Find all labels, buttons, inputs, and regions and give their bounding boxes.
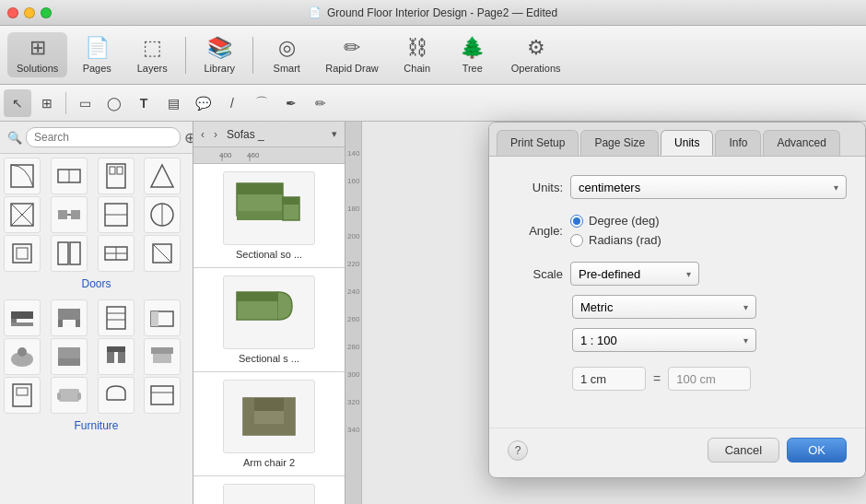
drawing-toolbar: ↖ ⊞ ▭ ◯ T ▤ 💬 / ⌒ ✒ ✏ [0, 85, 866, 122]
units-dialog: Print Setup Page Size Units Info Advance… [488, 122, 866, 478]
ok-button[interactable]: OK [787, 438, 847, 463]
svg-rect-37 [58, 347, 80, 358]
shape-cell[interactable] [4, 158, 41, 194]
shape-cell[interactable] [144, 196, 181, 233]
shape-cell[interactable] [4, 377, 41, 414]
ellipse-tool[interactable]: ◯ [100, 89, 128, 117]
shape-cell[interactable] [144, 299, 181, 336]
multi-select-tool[interactable]: ⊞ [33, 89, 61, 117]
scale-type-select[interactable]: Pre-defined ▾ [570, 262, 699, 286]
tab-advanced[interactable]: Advanced [763, 130, 839, 156]
svg-rect-46 [59, 389, 79, 402]
tab-page-size[interactable]: Page Size [580, 130, 659, 156]
arc-tool[interactable]: ⌒ [248, 89, 275, 117]
toolbar-tree[interactable]: 🌲 Tree [447, 32, 498, 77]
toolbar-smart[interactable]: ◎ Smart [261, 32, 312, 77]
tab-units[interactable]: Units [661, 130, 713, 156]
degree-radio[interactable] [570, 215, 583, 228]
shape-cell[interactable] [51, 299, 88, 336]
pencil-tool[interactable]: ✏ [307, 89, 334, 117]
svg-marker-6 [151, 165, 173, 187]
degree-label: Degree (deg) [589, 214, 660, 228]
shape-cell[interactable] [51, 338, 88, 375]
nav-forward[interactable]: › [210, 126, 221, 143]
radians-option[interactable]: Radians (rad) [570, 233, 661, 247]
shape-cell[interactable] [51, 377, 88, 414]
toolbar-layers[interactable]: ⬚ Layers [126, 32, 178, 77]
shape-cell[interactable] [98, 158, 135, 194]
shape-cell[interactable] [98, 377, 135, 414]
sofas-list: Sectional so ... Sectional s ... [193, 164, 345, 504]
title-bar: 📄 Ground Floor Interior Design - Page2 —… [0, 0, 866, 26]
degree-option[interactable]: Degree (deg) [570, 214, 661, 228]
text-tool[interactable]: T [130, 89, 158, 117]
add-icon[interactable]: ⊕ [184, 129, 193, 147]
scale-ratio-select[interactable]: 1 : 100 ▾ [572, 328, 756, 352]
shape-cell[interactable] [98, 196, 135, 233]
pen-tool[interactable]: ✒ [277, 89, 305, 117]
toolbar-chain[interactable]: ⛓ Chain [392, 32, 443, 77]
toolbar-rapid-draw[interactable]: ✏ Rapid Draw [316, 32, 387, 77]
shape-cell[interactable] [98, 338, 135, 375]
toolbar-library[interactable]: 📚 Library [193, 32, 245, 77]
list-item[interactable]: Sectional so ... [193, 164, 345, 268]
shape-cell[interactable] [98, 235, 135, 272]
minimize-button[interactable] [24, 7, 35, 18]
shape-cell[interactable] [98, 299, 135, 336]
dialog-body: Units: centimeters ▾ Angle: [489, 157, 865, 428]
shape-cell[interactable] [51, 158, 88, 194]
units-select[interactable]: centimeters ▾ [570, 175, 847, 199]
scale-type-value: Pre-defined [579, 267, 640, 281]
shape-cell[interactable] [4, 338, 41, 375]
main-toolbar: ⊞ Solutions 📄 Pages ⬚ Layers 📚 Library ◎… [0, 26, 866, 85]
tab-print-setup[interactable]: Print Setup [497, 130, 579, 156]
toolbar-pages[interactable]: 📄 Pages [71, 32, 123, 77]
units-label: Units: [508, 181, 563, 194]
shape-cell[interactable] [4, 235, 41, 272]
callout-tool[interactable]: 💬 [189, 89, 216, 117]
svg-rect-30 [107, 307, 125, 329]
list-item[interactable]: Sectional s ... [193, 268, 345, 372]
shape-cell[interactable] [144, 158, 181, 194]
svg-rect-62 [243, 398, 254, 435]
traffic-lights [7, 7, 52, 18]
select-tool[interactable]: ↖ [4, 89, 31, 117]
line-tool[interactable]: / [218, 89, 246, 117]
rect-tool[interactable]: ▭ [71, 89, 99, 117]
svg-rect-56 [283, 197, 299, 205]
canvas[interactable]: 140 160 180 200 220 240 260 280 300 320 … [345, 122, 866, 504]
svg-rect-63 [284, 398, 295, 435]
radians-radio[interactable] [570, 234, 583, 247]
list-item[interactable]: Sofa 1 [193, 476, 345, 504]
angle-row: Angle: Degree (deg) Radians (rad) [508, 214, 847, 247]
svg-rect-53 [237, 183, 283, 194]
toolbar-operations[interactable]: ⚙ Operations [502, 32, 570, 77]
textbox-tool[interactable]: ▤ [159, 89, 187, 117]
close-button[interactable] [7, 7, 18, 18]
scale-metric-select[interactable]: Metric ▾ [572, 295, 756, 319]
help-button[interactable]: ? [508, 440, 528, 461]
dialog-overlay: Print Setup Page Size Units Info Advance… [345, 122, 866, 504]
document-icon: 📄 [309, 6, 322, 18]
shape-cell[interactable] [144, 235, 181, 272]
tool-divider-1 [65, 92, 66, 114]
scale-metric-value: Metric [580, 300, 613, 314]
cancel-button[interactable]: Cancel [708, 438, 779, 463]
list-item[interactable]: Arm chair 2 [193, 372, 345, 476]
shape-name: Arm chair 2 [243, 457, 295, 468]
shape-thumbnail [223, 171, 315, 245]
equiv-input[interactable] [572, 367, 646, 391]
nav-dropdown[interactable]: ▾ [328, 126, 341, 142]
tab-info[interactable]: Info [715, 130, 761, 156]
maximize-button[interactable] [41, 7, 52, 18]
shape-cell[interactable] [51, 235, 88, 272]
shape-cell[interactable] [144, 377, 181, 414]
shape-cell[interactable] [4, 299, 41, 336]
toolbar-solutions[interactable]: ⊞ Solutions [7, 32, 67, 77]
shape-cell[interactable] [144, 338, 181, 375]
search-input[interactable] [26, 127, 181, 147]
nav-back[interactable]: ‹ [197, 126, 208, 143]
shape-cell[interactable] [4, 196, 41, 233]
shape-cell[interactable] [51, 196, 88, 233]
smart-icon: ◎ [278, 36, 296, 60]
